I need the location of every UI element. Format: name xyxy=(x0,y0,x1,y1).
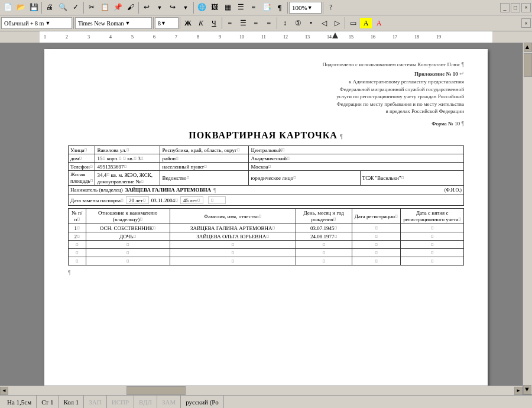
scroll-track xyxy=(8,386,514,395)
cell-num: 1¤ xyxy=(69,224,86,232)
preview-button[interactable]: 🔍 xyxy=(56,2,69,14)
format-painter-button[interactable]: 🖌 xyxy=(124,2,137,14)
special-button[interactable]: ☰ xyxy=(234,2,247,14)
line-spacing-button[interactable]: ↕ xyxy=(278,17,291,29)
cell-name: ¤ xyxy=(170,240,296,248)
svg-text:3: 3 xyxy=(87,34,90,40)
scroll-thumb[interactable] xyxy=(524,53,532,77)
indent-decrease-button[interactable]: ◁ xyxy=(317,17,330,29)
size-dropdown[interactable]: 8 ▼ xyxy=(155,17,179,29)
minimize-button[interactable]: _ xyxy=(500,3,510,12)
font-dropdown[interactable]: Times New Roman ▼ xyxy=(75,17,152,29)
paste-button[interactable]: 📌 xyxy=(111,2,124,14)
redo-button[interactable]: ↪ xyxy=(166,2,179,14)
scroll-down-button[interactable]: ▼ xyxy=(523,385,531,394)
appendix-line3: услуги по регистрационному учету граждан… xyxy=(68,93,464,101)
align-left-button[interactable]: ≡ xyxy=(223,17,236,29)
row-ulica: Улица¤ Вавилова ул.¤ Республика, край, о… xyxy=(69,145,464,154)
print-button[interactable]: 🖨 xyxy=(43,2,56,14)
nanimat-row: Наниматель (владелец) ЗАЙЦЕВА ГАЛИНА АРТ… xyxy=(68,186,464,195)
undo-arrow-button[interactable]: ▼ xyxy=(153,2,166,14)
svg-text:1: 1 xyxy=(44,34,46,40)
appendix-line1: к Административному регламенту предостав… xyxy=(68,78,464,86)
col-relation: Отношение к нанимателю (владельцу)¤ xyxy=(86,208,170,224)
status-lang: русский (Ро xyxy=(181,396,224,408)
dom-label: дом¤ xyxy=(69,154,95,162)
scroll-up-button[interactable]: ▲ xyxy=(524,43,532,52)
vertical-scrollbar[interactable]: ▲ ▼ xyxy=(523,43,532,394)
spellcheck-button[interactable]: ✓ xyxy=(69,2,82,14)
insert-table-button[interactable]: 🌐 xyxy=(195,2,208,14)
columns-button[interactable]: ▦ xyxy=(221,2,234,14)
horizontal-scrollbar[interactable]: ◄ ► xyxy=(0,386,523,395)
style-dropdown[interactable]: Обычный + 8 m ▼ xyxy=(1,17,72,29)
align-right-button[interactable]: ≡ xyxy=(249,17,262,29)
resp-val: Центральный¤ xyxy=(249,145,464,154)
cell-relation: ДОЧЬ¤ xyxy=(86,232,170,240)
table-row: 1¤ ОСН. СОБСТВЕННИК¤ ЗАЙЦЕВА ГАЛИНА АРТЕ… xyxy=(69,224,464,232)
np-val: Москва¤ xyxy=(249,162,464,170)
cell-dereg: ¤ xyxy=(401,248,464,257)
close-button[interactable]: × xyxy=(521,3,531,12)
cell-num: 2¤ xyxy=(69,232,86,240)
redo-arrow-button[interactable]: ▼ xyxy=(179,2,192,14)
zhpl-val: 34,4¤ кв. м. ЖЭО, ЖСК, домоуправление №¤ xyxy=(95,170,160,185)
toolbar-row2: Обычный + 8 m ▼ Times New Roman ▼ 8 ▼ Ж … xyxy=(0,15,532,31)
svg-text:18: 18 xyxy=(414,34,419,40)
underline-button[interactable]: Ч xyxy=(207,17,220,29)
document-area[interactable]: Подготовлено с использованием системы Ко… xyxy=(0,43,532,395)
svg-text:14: 14 xyxy=(327,34,332,40)
yurlico-val: ТСЖ "Васильки"¤ xyxy=(360,170,463,185)
italic-button[interactable]: К xyxy=(194,17,207,29)
scroll-right-button[interactable]: ► xyxy=(514,387,523,395)
new-button[interactable]: 📄 xyxy=(1,2,14,14)
cut-button[interactable]: ✂ xyxy=(85,2,98,14)
sep4 xyxy=(193,2,194,14)
outside-border-button[interactable]: ▭ xyxy=(346,17,359,29)
scroll-h-thumb[interactable] xyxy=(126,386,186,395)
extra-field: ¤ xyxy=(208,196,226,204)
cell-num: ¤ xyxy=(69,248,86,257)
rayon-val: Академический¤ xyxy=(249,154,464,162)
cell-reg: ¤ xyxy=(352,240,401,248)
copy-button[interactable]: 📋 xyxy=(98,2,111,14)
col-dereg: Дата с нятия с регистрационного учета¤ xyxy=(401,208,464,224)
align-center-button[interactable]: ☰ xyxy=(236,17,249,29)
numbering2-button[interactable]: ① xyxy=(291,17,304,29)
residents-thead: № п/п¤ Отношение к нанимателю (владельцу… xyxy=(69,208,464,224)
cell-dereg: ¤ xyxy=(401,224,464,232)
scroll-left-button[interactable]: ◄ xyxy=(0,387,8,395)
open-button[interactable]: 📂 xyxy=(14,2,27,14)
status-zam: ЗАМ xyxy=(157,396,181,408)
numbering-button[interactable]: ≡ xyxy=(247,2,260,14)
cell-dereg: ¤ xyxy=(401,232,464,240)
restore-button[interactable]: □ xyxy=(511,3,520,12)
zoom-dropdown[interactable]: 100%▼ xyxy=(289,2,322,14)
insert-img-button[interactable]: 🖼 xyxy=(208,2,221,14)
align-justify-button[interactable]: ≡ xyxy=(262,17,275,29)
bold-button[interactable]: Ж xyxy=(181,17,194,29)
cell-num: ¤ xyxy=(69,257,86,265)
ruler: 1 2 3 4 5 6 7 8 9 10 11 12 13 14 15 16 1… xyxy=(0,31,532,43)
save-button[interactable]: 💾 xyxy=(27,2,40,14)
font-color-button[interactable]: A xyxy=(372,17,385,29)
doc-map-button[interactable]: 📑 xyxy=(260,2,273,14)
close-doc-button[interactable]: × xyxy=(521,18,531,28)
resp-label: Республика, край, область, округ¤ xyxy=(160,145,249,154)
zhpl-label: Жилая площадь¤ xyxy=(69,170,95,185)
svg-text:6: 6 xyxy=(153,34,155,40)
cell-dob: ¤ xyxy=(296,240,352,248)
show-marks-button[interactable]: ¶ xyxy=(273,2,286,14)
date-row: Дата замены паспорта¤ 20 лет¤ 03.11.2004… xyxy=(68,195,464,206)
highlight-button[interactable]: A xyxy=(359,17,372,29)
help-button[interactable]: ? xyxy=(325,2,338,14)
undo-button[interactable]: ↩ xyxy=(140,2,153,14)
cell-reg: ¤ xyxy=(352,257,401,265)
cell-relation: ¤ xyxy=(86,248,170,257)
bullets-button[interactable]: • xyxy=(304,17,317,29)
table-row: ¤ ¤ ¤ ¤ ¤ ¤ xyxy=(69,248,464,257)
indent-increase-button[interactable]: ▷ xyxy=(330,17,343,29)
table-row: ¤ ¤ ¤ ¤ ¤ ¤ xyxy=(69,240,464,248)
svg-text:10: 10 xyxy=(239,34,244,40)
residents-tbody: 1¤ ОСН. СОБСТВЕННИК¤ ЗАЙЦЕВА ГАЛИНА АРТЕ… xyxy=(69,224,464,265)
